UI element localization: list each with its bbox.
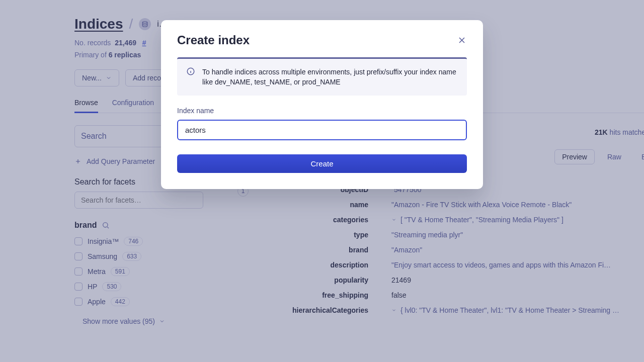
close-icon (457, 35, 467, 45)
create-button[interactable]: Create (177, 154, 467, 173)
create-index-modal: Create index To handle indices across mu… (161, 20, 483, 189)
info-banner: To handle indices across multiple enviro… (177, 57, 467, 96)
close-button[interactable] (457, 35, 467, 45)
info-icon (186, 67, 195, 76)
modal-overlay[interactable]: Create index To handle indices across mu… (0, 0, 644, 362)
index-name-label: Index name (177, 107, 467, 115)
modal-title: Create index (177, 33, 250, 47)
index-name-input[interactable] (177, 120, 467, 140)
